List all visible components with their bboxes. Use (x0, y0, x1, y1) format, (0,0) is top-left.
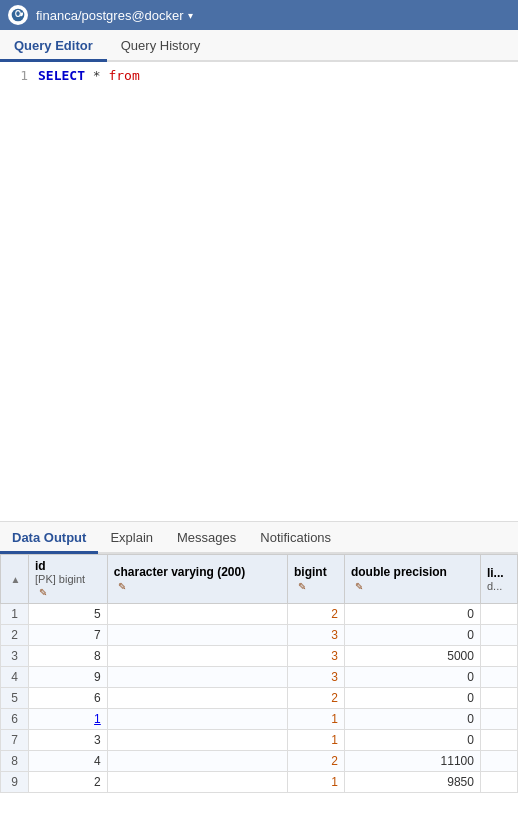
cell-varchar (107, 709, 287, 730)
tab-query-history[interactable]: Query History (107, 32, 214, 62)
tab-messages[interactable]: Messages (165, 524, 248, 554)
col-header-rownum: ▲ (1, 555, 29, 604)
cell-extra (480, 751, 517, 772)
cell-double: 11100 (344, 751, 480, 772)
table-row: 7310 (1, 730, 518, 751)
cell-bigint: 2 (287, 688, 344, 709)
tab-data-output[interactable]: Data Output (0, 524, 98, 554)
cell-extra (480, 772, 517, 793)
col-double-edit-icon[interactable]: ✎ (355, 581, 363, 592)
tab-notifications[interactable]: Notifications (248, 524, 343, 554)
cell-extra (480, 667, 517, 688)
table-row: 9219850 (1, 772, 518, 793)
col-bigint-name: bigint (294, 565, 338, 579)
line-content-1: SELECT * from (38, 66, 140, 83)
col-varchar-edit-icon[interactable]: ✎ (118, 581, 126, 592)
col-varchar-name: character varying (200) (114, 565, 281, 579)
editor-area[interactable]: 1 SELECT * from (0, 62, 518, 522)
col-id-name: id (35, 559, 101, 573)
table-row: 84211100 (1, 751, 518, 772)
cell-id: 8 (29, 646, 108, 667)
cell-varchar (107, 751, 287, 772)
cell-bigint: 2 (287, 604, 344, 625)
cell-id: 4 (29, 751, 108, 772)
cell-double: 0 (344, 730, 480, 751)
table-row: 6110 (1, 709, 518, 730)
data-table-wrapper: ▲ id [PK] bigint ✎ character varying (20… (0, 554, 518, 835)
cell-id: 2 (29, 772, 108, 793)
cell-varchar (107, 730, 287, 751)
tab-explain[interactable]: Explain (98, 524, 165, 554)
table-row: 1520 (1, 604, 518, 625)
data-table: ▲ id [PK] bigint ✎ character varying (20… (0, 554, 518, 793)
col-bigint-edit-icon[interactable]: ✎ (298, 581, 306, 592)
cell-varchar (107, 625, 287, 646)
cell-extra (480, 604, 517, 625)
keyword-select: SELECT (38, 68, 85, 83)
cell-extra (480, 730, 517, 751)
line-number-1: 1 (0, 66, 38, 83)
cell-extra (480, 688, 517, 709)
cell-extra (480, 646, 517, 667)
col-header-varchar: character varying (200) ✎ (107, 555, 287, 604)
keyword-from: from (108, 68, 139, 83)
cell-id: 9 (29, 667, 108, 688)
cell-double: 5000 (344, 646, 480, 667)
cell-rownum: 2 (1, 625, 29, 646)
col-header-extra: li... d... (480, 555, 517, 604)
cell-varchar (107, 772, 287, 793)
cell-bigint: 1 (287, 772, 344, 793)
cell-id[interactable]: 1 (29, 709, 108, 730)
cell-id: 3 (29, 730, 108, 751)
table-body: 1520273038350004930562061107310842111009… (1, 604, 518, 793)
cell-rownum: 1 (1, 604, 29, 625)
cell-double: 0 (344, 688, 480, 709)
cell-double: 0 (344, 709, 480, 730)
cell-bigint: 1 (287, 709, 344, 730)
table-row: 2730 (1, 625, 518, 646)
cell-bigint: 3 (287, 667, 344, 688)
cell-id: 7 (29, 625, 108, 646)
sort-arrow-icon: ▲ (11, 574, 21, 585)
cell-varchar (107, 604, 287, 625)
col-double-name: double precision (351, 565, 474, 579)
cell-double: 0 (344, 667, 480, 688)
cell-rownum: 5 (1, 688, 29, 709)
editor-tabs: Query Editor Query History (0, 30, 518, 62)
cell-bigint: 1 (287, 730, 344, 751)
cell-rownum: 6 (1, 709, 29, 730)
cell-bigint: 3 (287, 646, 344, 667)
cell-varchar (107, 667, 287, 688)
table-header-row: ▲ id [PK] bigint ✎ character varying (20… (1, 555, 518, 604)
cell-double: 0 (344, 604, 480, 625)
cell-rownum: 4 (1, 667, 29, 688)
table-row: 4930 (1, 667, 518, 688)
col-id-sub: [PK] bigint (35, 573, 101, 585)
keyword-star: * (93, 68, 109, 83)
cell-id: 5 (29, 604, 108, 625)
col-header-bigint: bigint ✎ (287, 555, 344, 604)
connection-label[interactable]: financa/postgres@docker ▾ (36, 8, 193, 23)
table-row: 5620 (1, 688, 518, 709)
cell-bigint: 3 (287, 625, 344, 646)
tab-query-editor[interactable]: Query Editor (0, 32, 107, 62)
col-header-double: double precision ✎ (344, 555, 480, 604)
col-header-id: id [PK] bigint ✎ (29, 555, 108, 604)
bottom-tabs: Data Output Explain Messages Notificatio… (0, 522, 518, 554)
cell-varchar (107, 646, 287, 667)
connection-text: financa/postgres@docker (36, 8, 184, 23)
cell-double: 9850 (344, 772, 480, 793)
svg-point-2 (16, 11, 20, 16)
logo-icon (8, 5, 28, 25)
cell-id: 6 (29, 688, 108, 709)
col-extra-sub: d... (487, 580, 511, 592)
cell-extra (480, 625, 517, 646)
connection-chevron-icon: ▾ (188, 10, 193, 21)
col-id-edit-icon[interactable]: ✎ (39, 587, 47, 598)
header-bar: financa/postgres@docker ▾ (0, 0, 518, 30)
cell-rownum: 7 (1, 730, 29, 751)
cell-bigint: 2 (287, 751, 344, 772)
editor-line-1: 1 SELECT * from (0, 66, 518, 86)
cell-rownum: 8 (1, 751, 29, 772)
table-row: 3835000 (1, 646, 518, 667)
